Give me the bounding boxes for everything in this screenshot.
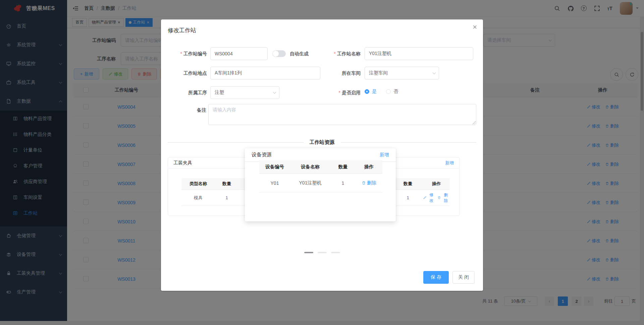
carousel-indicator-2[interactable] xyxy=(318,252,327,253)
section-divider-label: 工作站资源 xyxy=(161,139,483,146)
radio-dot-icon xyxy=(386,89,391,94)
dialog-title: 修改工作站 xyxy=(168,26,196,34)
code-label: 工作站编号 xyxy=(168,50,207,57)
edit-workstation-dialog: 修改工作站 × 工作站编号 自动生成 工作站名称 工作站地点 所在车间 注塑车间… xyxy=(161,19,483,291)
radio-dot-icon xyxy=(365,89,369,94)
location-label: 工作站地点 xyxy=(168,70,207,76)
device-col-action: 操作 xyxy=(356,164,382,170)
device-row-actions: 删除 xyxy=(356,180,382,186)
trash-icon xyxy=(437,196,441,200)
right-card-col-action: 操作 xyxy=(423,181,450,187)
workshop-label: 所在车间 xyxy=(309,70,361,76)
right-card-row-qty: 1 xyxy=(393,195,423,200)
device-col-code: 设备编号 xyxy=(259,164,290,170)
resize-handle-icon[interactable] xyxy=(472,121,476,124)
pencil-icon xyxy=(423,196,427,200)
code-input[interactable] xyxy=(210,47,268,60)
radio-no[interactable]: 否 xyxy=(386,89,398,95)
process-select-value: 注塑 xyxy=(215,90,224,96)
process-label: 所属工序 xyxy=(168,89,207,96)
device-table-row: Y01 Y01注塑机 1 删除 xyxy=(259,174,382,193)
switch-knob xyxy=(273,51,279,57)
right-card-row-actions: 修改 删除 xyxy=(423,192,450,204)
workshop-select[interactable]: 注塑车间 xyxy=(365,67,439,79)
auto-generate-switch[interactable] xyxy=(272,50,286,57)
save-button[interactable]: 保 存 xyxy=(423,271,449,284)
device-table-header: 设备编号 设备名称 数量 操作 xyxy=(259,160,382,174)
device-resource-card: 设备资源 新增 设备编号 设备名称 数量 操作 Y01 Y01注塑机 1 删除 xyxy=(245,148,396,221)
process-select[interactable]: 注塑 xyxy=(210,86,279,99)
trash-icon xyxy=(362,181,366,185)
name-label: 工作站名称 xyxy=(309,50,361,57)
location-input[interactable] xyxy=(210,67,320,79)
device-row-code: Y01 xyxy=(259,180,290,186)
device-table: 设备编号 设备名称 数量 操作 Y01 Y01注塑机 1 删除 xyxy=(259,160,382,193)
enabled-radio-group: 是 否 xyxy=(365,89,398,95)
enabled-label: 是否启用 xyxy=(309,89,361,96)
remark-textarea[interactable] xyxy=(208,104,476,125)
device-delete-link[interactable]: 删除 xyxy=(362,180,376,186)
fixture-col-qty: 数量 xyxy=(215,181,238,187)
chevron-down-icon xyxy=(273,90,276,94)
app-screen: 苦糖果MES 首页 系统管理 系统监控 系统工具 xyxy=(0,0,644,325)
device-row-name: Y01注塑机 xyxy=(290,180,330,186)
radio-yes[interactable]: 是 xyxy=(365,89,377,95)
right-card-add-link[interactable]: 新增 xyxy=(445,160,454,166)
right-card-edit-link[interactable]: 修改 xyxy=(423,192,435,204)
device-col-name: 设备名称 xyxy=(290,164,330,170)
right-card-col-qty: 数量 xyxy=(393,181,423,187)
close-button[interactable]: 关 闭 xyxy=(452,271,475,284)
right-card-delete-link[interactable]: 删除 xyxy=(437,192,450,204)
carousel-indicator-1[interactable] xyxy=(304,252,313,253)
fixture-row-type: 模具 xyxy=(181,195,215,201)
carousel-indicator-3[interactable] xyxy=(331,252,340,253)
auto-generate-label: 自动生成 xyxy=(290,50,309,57)
device-card-header: 设备资源 新增 xyxy=(245,148,396,162)
workshop-select-value: 注塑车间 xyxy=(369,70,388,76)
device-card-title: 设备资源 xyxy=(252,152,272,158)
carousel-indicators xyxy=(161,252,483,253)
fixture-col-type: 类型名称 xyxy=(181,181,215,187)
close-icon[interactable]: × xyxy=(473,23,477,31)
fixture-card-title: 工装夹具 xyxy=(173,160,192,166)
fixture-row-qty: 1 xyxy=(215,195,238,200)
remark-label: 备注 xyxy=(168,107,206,113)
name-input[interactable] xyxy=(365,47,473,60)
device-col-qty: 数量 xyxy=(330,164,356,170)
chevron-down-icon xyxy=(433,71,436,74)
device-row-qty: 1 xyxy=(330,180,356,186)
device-add-link[interactable]: 新增 xyxy=(380,152,389,158)
